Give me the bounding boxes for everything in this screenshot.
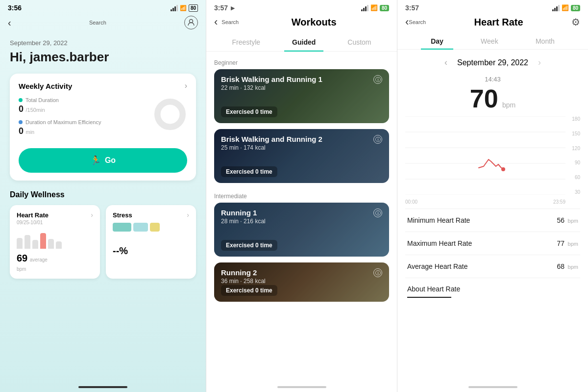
weekly-header: Weekly Activity › — [19, 81, 187, 90]
period-tabs: Day Week Month — [397, 33, 588, 50]
duration-unit: /150min — [25, 107, 45, 113]
duration-label: Total Duration — [25, 97, 59, 103]
back-button-1[interactable]: ‹ — [8, 17, 11, 28]
stress-card[interactable]: Stress › --% — [106, 205, 196, 279]
beginner-label: Beginner — [206, 55, 397, 69]
daily-wellness-title: Daily Wellness — [10, 190, 196, 199]
nav-bar-3: ‹ Search Heart Rate ⚙ — [397, 14, 588, 33]
stress-card-title: Stress — [113, 211, 132, 219]
hr-card-date: 09/25-10/01 — [17, 220, 93, 225]
screen-workouts: 3:57 ▶ 📶 80 ‹ Search Workouts Freestyle … — [206, 0, 397, 392]
dot-teal — [19, 98, 23, 102]
workout-exercised-3: Exercised 0 time — [221, 240, 277, 251]
status-time-3: 3:57 — [405, 4, 419, 12]
tab-custom[interactable]: Custom — [340, 33, 379, 51]
wellness-cards: Heart Rate › 09/25-10/01 69 average bp — [10, 205, 196, 279]
run-icon: 🏃 — [90, 155, 101, 166]
info-icon-1[interactable]: ⓘ — [373, 75, 382, 84]
workout-name-3: Running 1 — [221, 209, 266, 217]
back-button-3[interactable]: ‹ — [405, 16, 409, 28]
workout-stats-4: 36 min · 258 kcal — [221, 278, 266, 285]
workout-name-2: Brisk Walking and Running 2 — [221, 135, 322, 143]
efficiency-unit: min — [25, 129, 34, 135]
avg-hr-value: 68 — [557, 262, 565, 270]
hr-stats: Minimum Heart Rate 56 bpm Maximum Heart … — [405, 209, 580, 278]
tab-week[interactable]: Week — [471, 33, 508, 49]
donut-svg — [153, 97, 187, 131]
about-hr[interactable]: About Heart Rate — [397, 278, 588, 297]
hr-unit: bpm — [502, 101, 515, 109]
location-icon: ▶ — [231, 5, 235, 11]
chart-y-labels: 180 150 120 90 60 30 — [572, 116, 580, 195]
stress-card-arrow[interactable]: › — [187, 211, 189, 219]
workout-card-2[interactable]: Brisk Walking and Running 2 25 min · 174… — [214, 129, 389, 183]
user-icon — [187, 19, 195, 26]
stat-efficiency: Duration of Maximum Efficiency 0 min — [19, 119, 153, 136]
avg-hr-row: Average Heart Rate 68 bpm — [405, 255, 580, 278]
max-hr-unit: bpm — [568, 241, 578, 247]
workout-tabs: Freestyle Guided Custom — [206, 33, 397, 52]
wifi-icon-2: 📶 — [370, 4, 378, 11]
tab-guided[interactable]: Guided — [284, 33, 323, 51]
weekly-arrow[interactable]: › — [185, 81, 187, 90]
status-time-1: 3:56 — [8, 4, 22, 12]
hr-value: 70 — [470, 84, 498, 113]
workouts-title: Workouts — [239, 17, 389, 28]
signal-icon-3 — [552, 5, 560, 11]
chart-svg — [405, 116, 565, 195]
workout-stats-3: 28 min · 216 kcal — [221, 218, 266, 225]
tab-day[interactable]: Day — [421, 33, 453, 49]
go-button[interactable]: 🏃 Go — [19, 148, 187, 173]
workout-name-1: Brisk Walking and Running 1 — [221, 75, 322, 83]
nav-bar-1: ‹ Search — [0, 14, 206, 33]
info-icon-3[interactable]: ⓘ — [373, 209, 382, 217]
stress-bars — [113, 223, 189, 232]
tab-freestyle[interactable]: Freestyle — [224, 33, 268, 51]
hr-avg-value: 69 — [17, 253, 27, 263]
weekly-stats: Total Duration 0 /150min Duration of Max… — [19, 97, 153, 141]
weekly-body: Total Duration 0 /150min Duration of Max… — [19, 97, 187, 141]
heart-rate-title: Heart Rate — [426, 17, 571, 28]
stress-value: --% — [113, 245, 128, 256]
info-icon-4[interactable]: ⓘ — [373, 268, 382, 277]
screen-home: 3:56 📶 80 ‹ Search September 29, 2022 Hi… — [0, 0, 206, 392]
hr-bars — [17, 229, 93, 249]
workout-card-3[interactable]: Running 1 28 min · 216 kcal ⓘ Exercised … — [214, 203, 389, 257]
avg-hr-unit: bpm — [568, 264, 578, 270]
chart-x-labels: 00:00 23:59 — [405, 199, 565, 205]
home-content: September 29, 2022 Hi, james.barber Week… — [0, 33, 206, 285]
signal-icon-2 — [361, 5, 368, 11]
prev-date-arrow[interactable]: ‹ — [444, 57, 447, 68]
battery-icon-1: 80 — [189, 4, 198, 12]
workout-stats-2: 25 min · 174 kcal — [221, 144, 322, 151]
heart-rate-chart: 180 150 120 90 60 30 00:00 23:59 — [405, 116, 580, 205]
max-hr-value: 77 — [557, 239, 565, 247]
home-indicator-2 — [277, 386, 326, 388]
status-bar-2: 3:57 ▶ 📶 80 — [206, 0, 397, 14]
current-date: September 29, 2022 — [457, 58, 528, 67]
workout-exercised-2: Exercised 0 time — [221, 166, 277, 177]
hr-card-arrow[interactable]: › — [91, 211, 93, 219]
workout-card-4[interactable]: Running 2 36 min · 258 kcal ⓘ Exercised … — [214, 262, 389, 302]
svg-point-9 — [501, 167, 505, 171]
dot-blue — [19, 120, 23, 124]
signal-icon-1 — [171, 5, 178, 11]
info-icon-2[interactable]: ⓘ — [373, 135, 382, 144]
workout-card-1[interactable]: Brisk Walking and Running 1 22 min · 132… — [214, 69, 389, 123]
heart-rate-card[interactable]: Heart Rate › 09/25-10/01 69 average bp — [10, 205, 100, 279]
back-button-2[interactable]: ‹ — [214, 16, 218, 28]
about-hr-underline — [407, 297, 451, 298]
efficiency-label: Duration of Maximum Efficiency — [25, 119, 101, 125]
min-hr-label: Minimum Heart Rate — [407, 216, 470, 224]
hr-time: 14:43 — [397, 76, 588, 83]
status-bar-3: 3:57 📶 80 — [397, 0, 588, 14]
wifi-icon-3: 📶 — [562, 4, 569, 11]
next-date-arrow[interactable]: › — [538, 57, 541, 68]
workout-exercised-1: Exercised 0 time — [221, 106, 277, 117]
wifi-icon-1: 📶 — [180, 5, 187, 11]
stat-duration: Total Duration 0 /150min — [19, 97, 153, 114]
user-avatar-1[interactable] — [184, 16, 198, 29]
battery-icon-2: 80 — [380, 5, 389, 11]
tab-month[interactable]: Month — [526, 33, 564, 49]
gear-icon[interactable]: ⚙ — [571, 16, 580, 28]
